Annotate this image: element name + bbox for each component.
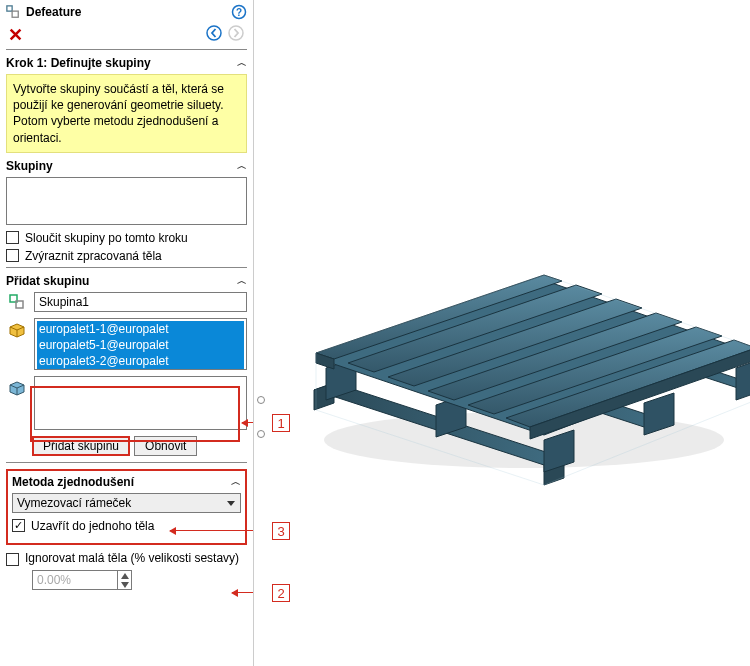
nav-forward-button [227,24,245,45]
close-icon[interactable]: ✕ [6,26,23,44]
highlight-bodies-label: Zvýraznit zpracovaná těla [25,249,162,263]
components-icon [6,320,28,340]
close-body-label: Uzavřít do jednoho těla [31,519,154,533]
chevron-up-icon[interactable]: ︿ [231,475,241,489]
add-group-button[interactable]: Přidat skupinu [32,436,130,456]
components-selection-list[interactable]: europalet1-1@europaleteuropalet5-1@europ… [34,318,247,370]
group-name-input[interactable] [34,292,247,312]
selection-item[interactable]: europalet3-2@europalet [37,353,244,369]
panel-header: Defeature ? [6,4,247,22]
ignore-percent-input[interactable]: 0.00% [32,570,132,590]
pallet-render [254,60,750,500]
close-into-one-body-checkbox[interactable] [12,519,25,532]
svg-text:?: ? [236,7,242,18]
step-title: Krok 1: Definujte skupiny [6,56,151,70]
simplification-method-select[interactable]: Vymezovací rámeček [12,493,241,513]
ignore-small-label: Ignorovat malá těla (% velikosti sestavy… [25,551,239,567]
spinner-down[interactable] [118,580,131,589]
refresh-button[interactable]: Obnovit [134,436,197,456]
callout-2: 2 [272,584,290,602]
panel-title: Defeature [26,5,81,19]
excluded-bodies-list[interactable] [34,376,247,430]
spinner-up[interactable] [118,571,131,580]
group-name-icon [6,293,28,311]
method-section: Metoda zjednodušení ︿ Vymezovací rámeček… [6,469,247,545]
step-header: Krok 1: Definujte skupiny ︿ [6,56,247,70]
groups-listbox[interactable] [6,177,247,225]
svg-point-5 [229,26,243,40]
add-group-header: Přidat skupinu ︿ [6,274,247,288]
svg-rect-0 [7,6,12,11]
chevron-up-icon[interactable]: ︿ [237,159,247,173]
merge-groups-checkbox[interactable] [6,231,19,244]
groups-header: Skupiny ︿ [6,159,247,173]
help-icon[interactable]: ? [231,4,247,20]
ignore-small-bodies-checkbox[interactable] [6,553,19,566]
property-panel: Defeature ? ✕ Krok 1: Definujte skupiny … [0,0,254,666]
method-header: Metoda zjednodušení [12,475,134,489]
viewport-3d[interactable]: 1 3 2 [254,0,750,666]
selection-item[interactable]: europalet1-1@europalet [37,321,244,337]
defeature-icon [6,5,20,19]
chevron-up-icon[interactable]: ︿ [237,274,247,288]
nav-back-button[interactable] [205,24,223,45]
highlight-bodies-checkbox[interactable] [6,249,19,262]
svg-point-4 [207,26,221,40]
info-box: Vytvořte skupiny součástí a těl, která s… [6,74,247,153]
selection-item[interactable]: europalet5-1@europalet [37,337,244,353]
svg-rect-1 [12,11,18,17]
excluded-icon [6,378,28,398]
chevron-up-icon[interactable]: ︿ [237,56,247,70]
callout-3: 3 [272,522,290,540]
merge-groups-label: Sloučit skupiny po tomto kroku [25,231,188,245]
